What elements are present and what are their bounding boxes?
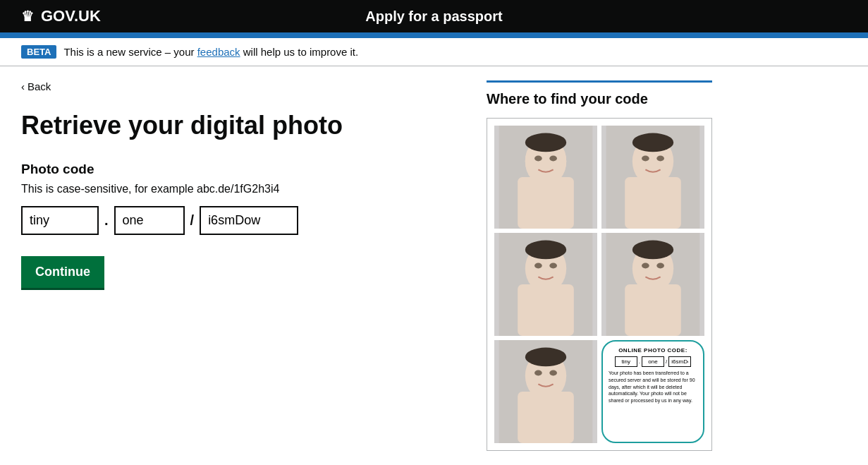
photo-thumb-4 xyxy=(601,233,704,336)
svg-rect-3 xyxy=(518,177,574,229)
site-header: ♛ GOV.UK Apply for a passport xyxy=(0,0,868,32)
crown-icon: ♛ xyxy=(21,8,34,25)
sidebar-heading: Where to find your code xyxy=(487,80,712,107)
code-input-group: . / xyxy=(21,206,444,235)
left-content: ‹ Back Retrieve your digital photo Photo… xyxy=(21,80,444,451)
photo-thumb-2 xyxy=(601,126,704,229)
svg-rect-21 xyxy=(625,284,681,336)
photo-grid-middle xyxy=(494,233,704,336)
chevron-left-icon: ‹ xyxy=(21,80,25,92)
photo-grid-bottom: ONLINE PHOTO CODE: . / Your photo has be… xyxy=(494,340,704,443)
photo-thumb-5 xyxy=(494,340,597,443)
gov-uk-logo: ♛ GOV.UK xyxy=(21,7,101,25)
svg-point-12 xyxy=(632,133,673,152)
svg-point-29 xyxy=(549,370,557,375)
svg-point-28 xyxy=(534,370,542,375)
code-input-part2[interactable] xyxy=(114,206,185,235)
svg-point-16 xyxy=(534,262,542,268)
svg-point-22 xyxy=(642,262,649,268)
svg-point-30 xyxy=(525,348,566,367)
back-link[interactable]: ‹ Back xyxy=(21,80,51,92)
field-label: Photo code xyxy=(21,162,444,177)
continue-button[interactable]: Continue xyxy=(21,256,104,290)
code-description: Your photo has been transferred to a sec… xyxy=(609,370,697,404)
back-label: Back xyxy=(27,80,51,92)
photo-code-section: ONLINE PHOTO CODE: . / Your photo has be… xyxy=(601,340,704,443)
beta-text: This is a new service – your feedback wi… xyxy=(63,46,358,58)
svg-rect-15 xyxy=(518,284,574,336)
separator-slash: / xyxy=(188,212,197,229)
photo-grid-top xyxy=(494,126,704,229)
photo-reference-image: ONLINE PHOTO CODE: . / Your photo has be… xyxy=(487,118,712,451)
right-sidebar: Where to find your code xyxy=(487,80,712,451)
page-heading: Retrieve your digital photo xyxy=(21,110,444,140)
photo-code-field-group: Photo code This is case-sensitive, for e… xyxy=(21,162,444,235)
beta-banner: BETA This is a new service – your feedba… xyxy=(0,38,868,66)
online-code-label: ONLINE PHOTO CODE: xyxy=(609,347,697,354)
svg-rect-9 xyxy=(625,177,681,229)
svg-point-5 xyxy=(549,155,557,161)
logo-text: GOV.UK xyxy=(41,7,101,25)
svg-point-18 xyxy=(525,241,566,260)
mini-code-inputs: . / xyxy=(609,356,697,367)
photo-thumb-3 xyxy=(494,233,597,336)
beta-tag: BETA xyxy=(21,45,56,59)
main-container: ‹ Back Retrieve your digital photo Photo… xyxy=(0,66,846,465)
code-input-part3[interactable] xyxy=(200,206,298,235)
svg-point-11 xyxy=(656,155,664,161)
svg-point-23 xyxy=(656,262,664,268)
mini-sep-dot: . xyxy=(639,358,640,365)
code-input-part1[interactable] xyxy=(21,206,99,235)
mini-input-2 xyxy=(642,356,664,367)
photo-thumb-1 xyxy=(494,126,597,229)
field-hint: This is case-sensitive, for example abc.… xyxy=(21,183,444,195)
blue-accent-bar xyxy=(0,32,868,38)
svg-point-6 xyxy=(525,133,566,152)
mini-input-3 xyxy=(668,356,691,367)
feedback-link[interactable]: feedback xyxy=(197,46,240,58)
header-title: Apply for a passport xyxy=(365,8,502,25)
svg-point-17 xyxy=(549,262,557,268)
svg-point-24 xyxy=(632,241,673,260)
svg-point-4 xyxy=(534,155,542,161)
separator-dot: . xyxy=(102,212,111,229)
svg-point-10 xyxy=(642,155,649,161)
mini-input-1 xyxy=(615,356,637,367)
svg-rect-27 xyxy=(518,392,574,443)
mini-sep-slash: / xyxy=(666,358,667,365)
